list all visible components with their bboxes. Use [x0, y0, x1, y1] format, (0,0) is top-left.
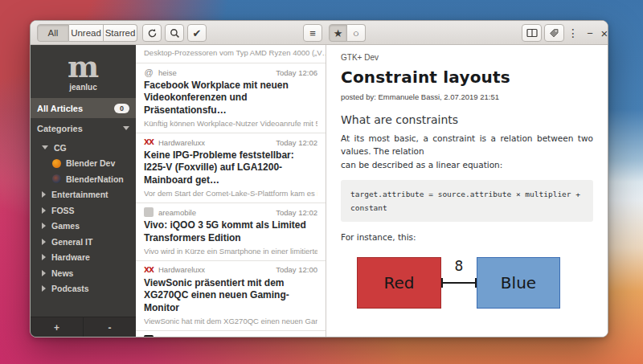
category-label: News	[51, 268, 73, 278]
article-summary: Vivo wird in Kürze ein Smartphone in ein…	[144, 247, 317, 256]
blendernation-feed-icon	[52, 174, 61, 183]
close-button[interactable]: ×	[598, 24, 608, 42]
chevron-right-icon[interactable]	[42, 285, 46, 292]
article-byline: posted by: Emmanuele Bassi, 2.07.2019 21…	[341, 92, 593, 101]
article-view-title: Constraint layouts	[341, 67, 593, 87]
search-button[interactable]	[165, 24, 184, 42]
golem-feed-icon	[144, 335, 154, 337]
chevron-right-icon[interactable]	[42, 207, 46, 214]
chevron-right-icon[interactable]	[42, 270, 46, 276]
constraint-diagram: Red 8 Blue	[341, 254, 593, 314]
star-icon: ★	[334, 28, 343, 39]
search-icon	[170, 28, 180, 39]
feed-label: Blender Dev	[66, 158, 115, 168]
article-time: Today 12:00	[276, 265, 317, 274]
article-title: Vivo: iQOO 3 5G kommt als Limited Transf…	[144, 219, 317, 244]
minimize-icon: −	[587, 28, 593, 39]
tag-button[interactable]	[544, 24, 564, 42]
sidebar-item-games[interactable]: Games	[31, 219, 136, 235]
code-block: target.attribute = source.attribute × mu…	[341, 180, 593, 222]
diagram-gap-value: 8	[441, 258, 477, 274]
category-label: Podcasts	[51, 284, 89, 293]
account-name: jeanluc	[31, 83, 136, 98]
sidebar-item-blender-dev[interactable]: Blender Dev	[31, 156, 136, 172]
hardwareluxx-feed-icon: XX	[144, 137, 154, 147]
check-icon: ✔	[193, 28, 202, 39]
tab-all[interactable]: All	[37, 24, 69, 42]
article-title: Keine IPG-Probleme feststellbar: I225-V …	[144, 149, 317, 186]
section-heading: What are constraints	[341, 113, 593, 126]
sidebar-item-foss[interactable]: FOSS	[31, 202, 136, 219]
sidebar-item-hardware[interactable]: Hardware	[31, 250, 136, 266]
chevron-right-icon[interactable]	[42, 191, 46, 198]
list-item-partial[interactable]: Desktop-Prozessoren vom Typ AMD Ryzen 40…	[136, 45, 326, 63]
tab-unread[interactable]: Unread	[69, 24, 104, 42]
feed-label: BlenderNation	[66, 174, 124, 184]
add-feed-button[interactable]: +	[31, 317, 84, 337]
article-title: Facebook Workplace mit neuen Videokonfer…	[144, 80, 317, 117]
refresh-button[interactable]	[142, 24, 162, 42]
feed-name: areamobile	[158, 208, 196, 217]
sidebar-item-all-articles[interactable]: All Articles 0	[31, 98, 136, 118]
sidebar-item-cg[interactable]: CG	[31, 140, 136, 156]
category-label: CG	[54, 143, 67, 153]
reader-mode-button[interactable]	[522, 24, 542, 42]
sidebar: m jeanluc All Articles 0 Categories CG	[31, 45, 136, 337]
article-paragraph: can be described as a linear equation:	[341, 158, 593, 171]
sidebar-item-blendernation[interactable]: BlenderNation	[31, 171, 136, 187]
chevron-right-icon[interactable]	[42, 254, 46, 260]
list-item[interactable]: @ heise Today 12:06 Facebook Workplace m…	[136, 63, 326, 133]
category-label: Games	[51, 221, 80, 231]
sidebar-item-podcasts[interactable]: Podcasts	[31, 281, 136, 297]
account-block: m jeanluc	[31, 45, 136, 98]
category-tree: CG Blender Dev BlenderNation Entertainme…	[31, 138, 136, 297]
app-menu-button[interactable]: ⋮	[566, 24, 580, 42]
list-item[interactable]: areamobile Today 12:02 Vivo: iQOO 3 5G k…	[136, 203, 326, 261]
mark-unread-button[interactable]: ○	[347, 24, 366, 42]
list-menu-button[interactable]: ≡	[303, 24, 322, 42]
categories-label: Categories	[37, 124, 83, 133]
titlebar[interactable]: All Unread Starred ✔ ≡ ★	[31, 21, 608, 45]
star-article-button[interactable]: ★	[329, 24, 347, 42]
chevron-down-icon[interactable]	[42, 145, 48, 149]
category-label: Hardware	[51, 252, 90, 262]
hamburger-icon: ≡	[309, 28, 316, 39]
chevron-down-icon	[123, 126, 129, 130]
sidebar-footer: + -	[31, 317, 136, 337]
article-list: Desktop-Prozessoren vom Typ AMD Ryzen 40…	[136, 45, 326, 337]
heise-feed-icon: @	[144, 67, 154, 77]
tab-starred[interactable]: Starred	[104, 24, 137, 42]
sidebar-item-news[interactable]: News	[31, 265, 136, 281]
mark-read-button[interactable]: ✔	[187, 24, 207, 42]
tag-icon	[549, 28, 559, 39]
all-articles-label: All Articles	[37, 104, 83, 113]
close-icon: ×	[601, 27, 608, 39]
list-item[interactable]: Golem.de Today 12:00 Maneater im Test: B…	[136, 331, 326, 337]
category-label: FOSS	[51, 206, 75, 215]
article-paragraph: At its most basic, a constraint is a rel…	[341, 132, 593, 158]
category-label: General IT	[51, 237, 92, 247]
chevron-right-icon[interactable]	[42, 223, 46, 229]
article-summary: Vor dem Start der Comet-Lake-S-Plattform…	[144, 189, 317, 198]
article-view: GTK+ Dev Constraint layouts posted by: E…	[326, 45, 608, 337]
list-item[interactable]: XX Hardwareluxx Today 12:00 ViewSonic pr…	[136, 261, 326, 331]
minimize-button[interactable]: −	[584, 24, 596, 42]
hardwareluxx-feed-icon: XX	[144, 265, 154, 275]
circle-icon: ○	[353, 28, 359, 39]
book-icon	[526, 28, 538, 38]
chevron-right-icon[interactable]	[42, 239, 46, 245]
sidebar-item-general-it[interactable]: General IT	[31, 234, 136, 250]
article-time: Today 12:02	[276, 208, 317, 217]
unread-count-badge: 0	[114, 104, 129, 113]
connector-end-tick	[441, 278, 443, 288]
feed-name: Golem.de	[158, 335, 191, 337]
diagram-blue-box: Blue	[477, 257, 560, 309]
categories-header[interactable]: Categories	[31, 118, 136, 138]
sidebar-item-entertainment[interactable]: Entertainment	[31, 187, 136, 203]
remove-feed-button[interactable]: -	[84, 317, 136, 337]
blender-dev-feed-icon	[52, 159, 61, 168]
article-summary: Künftig können Workplace-Nutzer Videoanr…	[144, 119, 317, 128]
feed-name: Hardwareluxx	[158, 138, 205, 147]
list-item[interactable]: XX Hardwareluxx Today 12:02 Keine IPG-Pr…	[136, 133, 326, 203]
areamobile-feed-icon	[144, 207, 154, 217]
